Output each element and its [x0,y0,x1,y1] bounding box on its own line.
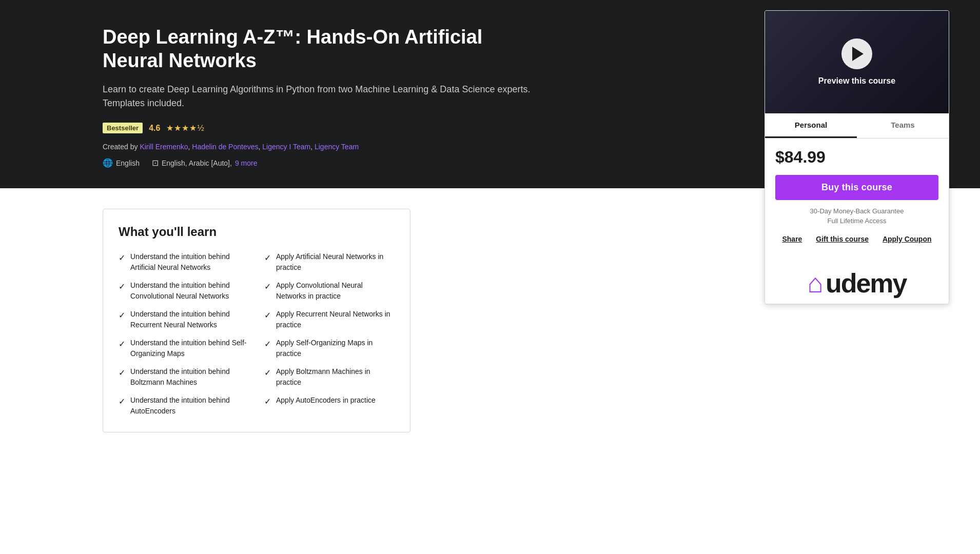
instructor-kirill[interactable]: Kirill Eremenko [140,143,188,151]
cc-icon: ⊡ [152,158,159,168]
coupon-link[interactable]: Apply Coupon [883,235,932,243]
created-by: Created by Kirill Eremenko, Hadelin de P… [103,143,539,151]
hero-content: Deep Learning A-Z™: Hands-On Artificial … [103,21,539,168]
learn-item-text: Apply AutoEncoders in practice [276,395,376,406]
check-icon: ✓ [264,252,271,264]
hero-section: Deep Learning A-Z™: Hands-On Artificial … [0,0,980,188]
card-links: Share Gift this course Apply Coupon [775,233,938,243]
learn-item: ✓Apply Recurrent Neural Networks in prac… [264,309,395,330]
learn-item: ✓Understand the intuition behind Convolu… [119,280,249,302]
rating-number: 4.6 [149,124,160,133]
subtitles-text: English, Arabic [Auto], [162,159,232,167]
language-text: English [116,159,140,167]
learn-item: ✓Understand the intuition behind Boltzma… [119,366,249,388]
learn-item: ✓Apply AutoEncoders in practice [264,395,395,417]
subtitles-more-link[interactable]: 9 more [235,159,258,167]
course-title: Deep Learning A-Z™: Hands-On Artificial … [103,26,539,72]
learn-item-text: Understand the intuition behind Recurren… [130,309,249,330]
check-icon: ✓ [264,367,271,379]
learn-item-text: Understand the intuition behind Self-Org… [130,338,249,359]
play-button[interactable] [841,38,872,69]
check-icon: ✓ [264,395,271,408]
preview-section[interactable]: Preview this course [765,11,949,113]
learn-title: What you'll learn [119,225,395,239]
card-body: $84.99 Buy this course 30-Day Money-Back… [765,138,949,252]
rating-row: Bestseller 4.6 ★★★★½ [103,123,539,133]
check-icon: ✓ [119,309,125,322]
udemy-icon: ⌂ [807,270,823,296]
learn-grid: ✓Understand the intuition behind Artific… [119,251,395,417]
learn-item: ✓Apply Artificial Neural Networks in pra… [264,251,395,273]
learn-item: ✓Understand the intuition behind Artific… [119,251,249,273]
globe-icon: 🌐 [103,158,113,168]
check-icon: ✓ [264,281,271,293]
learn-item-text: Apply Convolutional Neural Networks in p… [276,280,395,302]
learn-box: What you'll learn ✓Understand the intuit… [103,209,410,432]
preview-text: Preview this course [818,76,895,86]
check-icon: ✓ [264,338,271,350]
check-icon: ✓ [119,395,125,408]
learn-item: ✓Apply Boltzmann Machines in practice [264,366,395,388]
check-icon: ✓ [119,281,125,293]
learn-item-text: Understand the intuition behind Boltzman… [130,366,249,388]
learn-item-text: Apply Self-Organizing Maps in practice [276,338,395,359]
share-link[interactable]: Share [782,235,802,243]
learn-item: ✓Apply Convolutional Neural Networks in … [264,280,395,302]
udemy-logo: ⌂ udemy [807,268,906,299]
created-by-label: Created by [103,143,138,151]
bestseller-badge: Bestseller [103,123,143,133]
learn-item: ✓Understand the intuition behind Recurre… [119,309,249,330]
learn-item-text: Understand the intuition behind Artifici… [130,251,249,273]
check-icon: ✓ [119,367,125,379]
learn-item-text: Apply Boltzmann Machines in practice [276,366,395,388]
check-icon: ✓ [264,309,271,322]
learn-item: ✓Understand the intuition behind AutoEnc… [119,395,249,417]
instructor-ligency-i[interactable]: Ligency I Team [262,143,310,151]
check-icon: ✓ [119,252,125,264]
tab-personal[interactable]: Personal [765,113,857,138]
course-subtitle: Learn to create Deep Learning Algorithms… [103,83,539,110]
star-rating: ★★★★½ [166,123,204,133]
language-meta: 🌐 English [103,158,140,168]
course-card: Preview this course Personal Teams $84.9… [765,10,949,304]
lifetime-text: Full Lifetime Access [775,217,938,225]
card-tabs: Personal Teams [765,113,949,138]
udemy-text: udemy [826,268,907,299]
main-content: What you'll learn ✓Understand the intuit… [0,188,513,479]
instructor-ligency[interactable]: Ligency Team [315,143,359,151]
check-icon: ✓ [119,338,125,350]
meta-row: 🌐 English ⊡ English, Arabic [Auto], 9 mo… [103,158,539,168]
learn-item: ✓Understand the intuition behind Self-Or… [119,338,249,359]
learn-item-text: Understand the intuition behind AutoEnco… [130,395,249,417]
subtitles-meta: ⊡ English, Arabic [Auto], 9 more [152,158,258,168]
instructor-hadelin[interactable]: Hadelin de Ponteves [192,143,258,151]
udemy-logo-area: ⌂ udemy [765,252,949,304]
learn-item-text: Apply Recurrent Neural Networks in pract… [276,309,395,330]
guarantee-text: 30-Day Money-Back Guarantee [775,207,938,215]
learn-item-text: Apply Artificial Neural Networks in prac… [276,251,395,273]
learn-item-text: Understand the intuition behind Convolut… [130,280,249,302]
tab-teams[interactable]: Teams [857,113,949,138]
card-price: $84.99 [775,148,938,167]
learn-item: ✓Apply Self-Organizing Maps in practice [264,338,395,359]
buy-button[interactable]: Buy this course [775,175,938,200]
gift-link[interactable]: Gift this course [816,235,869,243]
